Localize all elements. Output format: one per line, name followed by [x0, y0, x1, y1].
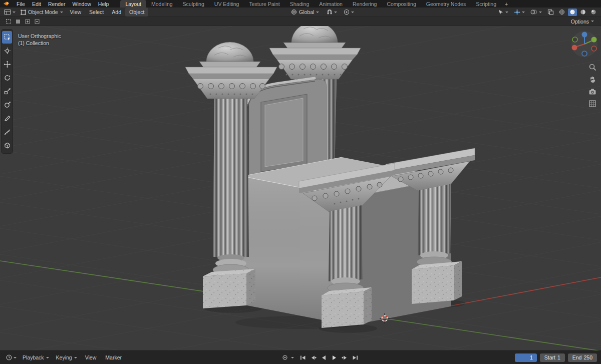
pan-hand-icon[interactable] [588, 76, 596, 84]
playback-menu[interactable]: Playback [20, 353, 52, 361]
tool-measure[interactable] [2, 126, 12, 138]
shading-rendered-button[interactable] [589, 9, 598, 16]
tab-rendering[interactable]: Rendering [348, 0, 382, 8]
tab-shading[interactable]: Shading [285, 0, 315, 8]
select-mode-extend-icon[interactable] [23, 18, 32, 25]
tool-cursor[interactable] [2, 45, 12, 57]
editor-type-icon [4, 9, 11, 15]
editor-type-button[interactable] [2, 8, 18, 16]
prev-keyframe-button[interactable] [309, 353, 318, 361]
nav-gizmo[interactable] [570, 30, 598, 58]
snap-toggle[interactable] [325, 8, 339, 16]
play-button[interactable] [330, 353, 339, 361]
snap-magnet-icon [327, 9, 333, 15]
jump-to-end-button[interactable] [351, 353, 360, 361]
tool-add-cube[interactable] [2, 139, 12, 152]
play-reverse-button[interactable] [320, 353, 329, 361]
gizmo-axis-y [591, 37, 597, 43]
topbar: File Edit Render Window Help Layout Mode… [0, 0, 601, 8]
timeline-bar: Playback Keying View Marker [0, 350, 601, 364]
xray-icon [547, 9, 554, 15]
gizmo-axis-x-neg [591, 46, 596, 51]
tab-texture-paint[interactable]: Texture Paint [244, 0, 284, 8]
select-mode-new-icon[interactable] [14, 18, 22, 25]
gizmo-axis-x [572, 45, 577, 51]
select-mode-subtract-icon[interactable] [33, 18, 41, 25]
zoom-icon[interactable] [588, 63, 596, 71]
camera-view-icon[interactable] [588, 88, 596, 95]
menu-render[interactable]: Render [45, 0, 69, 8]
auto-keying-toggle[interactable] [280, 353, 289, 361]
tool-transform[interactable] [2, 99, 12, 111]
keying-menu[interactable]: Keying [53, 353, 80, 361]
tool-annotate[interactable] [2, 112, 12, 125]
shading-solid-button[interactable] [568, 9, 577, 16]
active-tool-select-box-icon[interactable] [4, 18, 13, 25]
transform-orientation-dropdown[interactable]: Global [288, 8, 322, 16]
viewport-side-controls [588, 63, 596, 108]
menu-select[interactable]: Select [85, 8, 108, 17]
menu-window[interactable]: Window [69, 0, 94, 8]
menu-object[interactable]: Object [125, 8, 148, 17]
tab-modeling[interactable]: Modeling [146, 0, 178, 8]
playback-controls [280, 353, 360, 361]
tool-move[interactable] [2, 58, 12, 71]
gizmo-axis-y-neg [572, 37, 577, 42]
shading-wireframe-icon [559, 9, 565, 15]
tab-scripting[interactable]: Scripting [471, 0, 501, 8]
next-keyframe-button[interactable] [341, 353, 350, 361]
gizmo-axis-z-neg [582, 51, 587, 56]
jump-to-start-button[interactable] [298, 353, 308, 361]
stone-base [412, 261, 462, 304]
tool-scale[interactable] [2, 85, 12, 98]
tool-settings-bar: Options [0, 17, 601, 26]
proportional-editing-icon [344, 9, 350, 15]
tab-geometry-nodes[interactable]: Geometry Nodes [421, 0, 471, 8]
overlays-dropdown[interactable] [528, 8, 544, 16]
menu-edit[interactable]: Edit [29, 0, 45, 8]
menu-add[interactable]: Add [108, 8, 125, 17]
timeline-editor-type-button[interactable] [4, 353, 19, 361]
selectability-dropdown[interactable] [496, 8, 510, 16]
tool-select-box[interactable] [2, 31, 12, 44]
gizmos-icon [514, 9, 520, 16]
capital [277, 60, 353, 79]
viewport-area[interactable]: Options [0, 17, 601, 350]
tab-sculpting[interactable]: Sculpting [178, 0, 209, 8]
object-mode-icon [21, 10, 26, 15]
orientation-label: Global [299, 9, 314, 15]
xray-toggle[interactable] [545, 8, 556, 16]
shading-wireframe-button[interactable] [557, 9, 566, 16]
mode-label: Object Mode [28, 9, 58, 15]
proportional-editing-dropdown[interactable] [342, 8, 356, 16]
dome [206, 42, 253, 62]
blender-logo-icon[interactable] [0, 1, 13, 7]
options-button[interactable]: Options [568, 18, 597, 25]
timeline-view-menu[interactable]: View [81, 354, 101, 360]
toggle-projection-icon[interactable] [588, 100, 596, 108]
shading-solid-icon [569, 9, 575, 15]
tool-shelf [1, 29, 13, 154]
tab-uv-editing[interactable]: UV Editing [209, 0, 244, 8]
current-frame-field[interactable]: 1 [515, 353, 537, 362]
add-workspace-button[interactable]: + [501, 0, 511, 8]
tab-animation[interactable]: Animation [314, 0, 348, 8]
frame-end-field[interactable]: End 250 [568, 353, 597, 362]
overlays-icon [530, 9, 537, 15]
throne-model[interactable] [185, 26, 475, 333]
tab-compositing[interactable]: Compositing [382, 0, 421, 8]
menu-file[interactable]: File [13, 0, 29, 8]
mode-dropdown[interactable]: Object Mode [18, 8, 66, 16]
menu-view[interactable]: View [66, 8, 86, 17]
viewport-header: Object Mode View Select Add Object Globa… [0, 8, 601, 17]
menu-help[interactable]: Help [95, 0, 113, 8]
shading-material-button[interactable] [578, 9, 587, 16]
gizmos-dropdown[interactable] [512, 8, 527, 16]
timeline-marker-menu[interactable]: Marker [101, 354, 126, 360]
dome [291, 26, 338, 43]
frame-start-field[interactable]: Start 1 [540, 353, 565, 362]
shading-rendered-icon [590, 9, 596, 15]
3d-viewport-scene[interactable] [0, 26, 601, 350]
tab-layout[interactable]: Layout [120, 0, 146, 8]
tool-rotate[interactable] [2, 72, 12, 84]
